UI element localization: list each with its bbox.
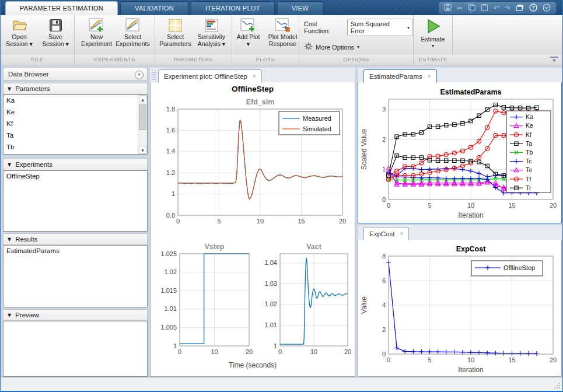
scroll-thumb[interactable] — [139, 104, 146, 130]
svg-text:0: 0 — [387, 202, 390, 209]
ribbon-tab-bar: PARAMETER ESTIMATION VALIDATION ITERATIO… — [1, 0, 562, 15]
svg-text:1.02: 1.02 — [165, 268, 177, 275]
svg-text:Measured: Measured — [303, 115, 331, 122]
redo-icon[interactable]: ↷ — [505, 5, 510, 12]
svg-text:Iteration: Iteration — [458, 366, 483, 374]
svg-text:1: 1 — [382, 166, 386, 173]
list-item[interactable]: Tb — [4, 142, 138, 153]
svg-text:1.005: 1.005 — [160, 324, 177, 331]
section-header-experiments[interactable]: ▼ Experiments — [3, 159, 148, 170]
svg-text:20: 20 — [550, 356, 557, 363]
svg-text:0.8: 0.8 — [166, 212, 175, 219]
tab-validation[interactable]: VALIDATION — [120, 1, 188, 15]
svg-text:EstimatedParams: EstimatedParams — [440, 88, 502, 96]
parameters-grid-icon — [169, 17, 182, 33]
tab-parameter-estimation[interactable]: PARAMETER ESTIMATION — [5, 1, 118, 15]
sensitivity-analysis-button[interactable]: SensitivityAnalysis ▾ — [195, 17, 229, 55]
section-header-parameters[interactable]: ▼ Parameters — [3, 83, 148, 94]
group-label-estimate: ESTIMATE — [414, 55, 453, 65]
section-header-preview[interactable]: ▼ Preview — [3, 309, 148, 321]
collapse-triangle-icon: ▼ — [8, 237, 11, 242]
select-parameters-button[interactable]: SelectParameters — [159, 17, 193, 55]
list-item[interactable]: EstimatedParams — [4, 246, 147, 257]
svg-text:1.01: 1.01 — [265, 321, 277, 328]
close-icon[interactable]: × — [428, 73, 431, 79]
svg-text:4: 4 — [382, 302, 386, 309]
window-resize-grip[interactable] — [554, 383, 560, 388]
select-experiments-button[interactable]: SelectExperiments — [116, 17, 150, 55]
add-plot-icon — [240, 17, 256, 33]
svg-text:Kf: Kf — [526, 131, 531, 138]
collapse-ribbon-button[interactable]: ▼ — [550, 57, 558, 65]
toolbar-menu-icon[interactable] — [543, 4, 551, 13]
scroll-up-button[interactable]: ▲ — [139, 95, 146, 103]
group-options: Cost Function: Sum Squared Error ▾ More … — [299, 15, 414, 55]
new-experiment-button[interactable]: NewExperiment — [80, 17, 114, 55]
svg-text:10: 10 — [467, 202, 474, 209]
svg-text:OfflineStep: OfflineStep — [503, 264, 535, 271]
svg-text:10: 10 — [467, 356, 474, 363]
svg-text:1.02: 1.02 — [265, 300, 277, 307]
estimated-params-panel: EstimatedParams × 051015200123EstimatedP… — [358, 68, 562, 223]
list-item[interactable]: Tc — [4, 153, 138, 155]
help-icon[interactable]: ? — [529, 4, 537, 13]
svg-text:Ke: Ke — [526, 122, 533, 129]
more-options-button[interactable]: More Options ▾ — [304, 42, 413, 52]
chevron-down-icon: ▾ — [357, 44, 359, 50]
chevron-down-icon: ▾ — [407, 25, 410, 30]
undo-icon[interactable]: ↶ — [494, 5, 499, 12]
paste-icon[interactable] — [481, 4, 488, 12]
svg-text:1.2: 1.2 — [166, 169, 175, 176]
svg-text:2: 2 — [382, 326, 386, 333]
panel-resize-grip[interactable] — [554, 369, 559, 374]
section-header-results[interactable]: ▼ Results — [3, 233, 148, 245]
open-folder-icon — [12, 17, 27, 33]
estimate-button[interactable]: Estimate▾ — [416, 17, 450, 55]
open-session-button[interactable]: OpenSession ▾ — [2, 17, 36, 55]
svg-text:5: 5 — [428, 202, 431, 209]
svg-text:1.025: 1.025 — [160, 250, 177, 257]
data-browser-menu-icon[interactable]: ▾ — [135, 71, 144, 79]
close-icon[interactable]: × — [400, 230, 403, 237]
list-item[interactable]: Ta — [4, 130, 138, 142]
add-plot-button[interactable]: Add Plot▾ — [232, 17, 264, 55]
expcost-tabbar: ExpCost × — [358, 225, 562, 240]
group-label-plots: PLOTS — [232, 55, 299, 65]
svg-text:1: 1 — [172, 190, 175, 197]
group-label-options: OPTIONS — [299, 55, 414, 65]
close-icon[interactable]: × — [253, 73, 256, 79]
svg-text:6: 6 — [382, 277, 386, 284]
tab-estimated-params[interactable]: EstimatedParams × — [363, 69, 437, 83]
panel-drag-handle[interactable] — [152, 71, 156, 81]
svg-text:10: 10 — [211, 348, 218, 355]
expcost-chart: 0510152002468ExpCostIterationValueOfflin… — [359, 241, 560, 375]
tab-view[interactable]: VIEW — [277, 1, 323, 15]
tab-expcost[interactable]: ExpCost × — [363, 227, 409, 240]
tab-experiment-plot[interactable]: Experiment plot: OfflineStep × — [158, 69, 262, 83]
svg-text:Scaled Value: Scaled Value — [360, 129, 368, 170]
list-item[interactable]: OfflineStep — [4, 171, 147, 183]
experiment-figure-title: OfflineStep — [151, 85, 355, 93]
svg-text:8: 8 — [382, 253, 386, 260]
list-item[interactable]: Ke — [4, 107, 138, 118]
svg-text:15: 15 — [298, 218, 305, 225]
save-session-button[interactable]: SaveSession ▾ — [39, 17, 72, 55]
experiment-plot-content: OfflineStep 051015200.811.21.41.61.8Efd_… — [150, 82, 355, 377]
experiment-plot-panel: Experiment plot: OfflineStep × OfflineSt… — [150, 68, 355, 377]
tab-iteration-plot[interactable]: ITERATION PLOT — [191, 1, 275, 15]
estimated-params-content: 051015200123EstimatedParamsIterationScal… — [358, 82, 562, 223]
windows-layout-icon[interactable] — [516, 4, 524, 12]
cost-function-select[interactable]: Sum Squared Error ▾ — [347, 19, 413, 36]
list-item[interactable]: Ka — [4, 95, 138, 107]
save-icon[interactable] — [444, 4, 452, 12]
estimated-params-chart: 051015200123EstimatedParamsIterationScal… — [359, 84, 560, 220]
copy-icon[interactable] — [468, 4, 475, 12]
scroll-down-button[interactable]: ▼ — [139, 146, 146, 154]
svg-text:15: 15 — [508, 356, 515, 363]
svg-text:Te: Te — [526, 166, 532, 173]
svg-text:Ta: Ta — [526, 140, 532, 147]
svg-text:20: 20 — [550, 202, 557, 209]
cut-icon[interactable]: ✂ — [457, 5, 463, 12]
list-item[interactable]: Kf — [4, 118, 138, 130]
plot-model-response-button[interactable]: Plot ModelResponse — [267, 17, 299, 55]
